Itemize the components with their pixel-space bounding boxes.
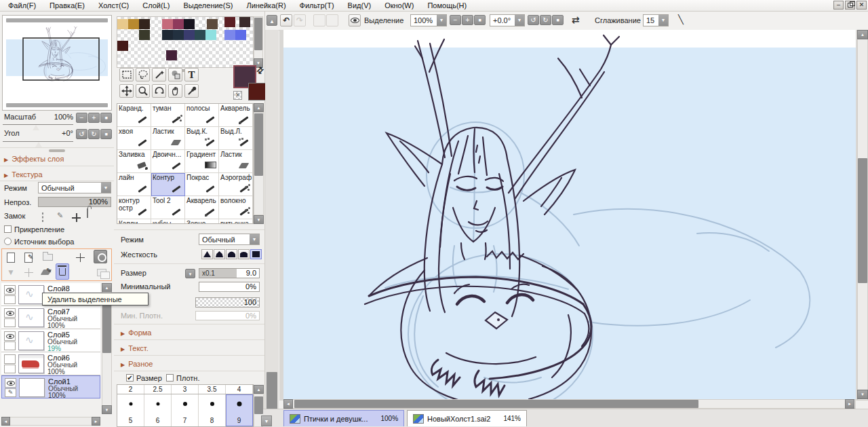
layer-opacity-slider[interactable]: 100%: [38, 197, 111, 207]
brush-cell[interactable]: Акварель: [219, 104, 253, 127]
zoom-dropdown[interactable]: 100% ▾: [410, 14, 447, 26]
color-swatch[interactable]: [184, 30, 195, 40]
brush-cell[interactable]: кубсы: [151, 219, 185, 224]
brush-cell[interactable]: полосы: [185, 104, 219, 127]
smoothing-dropdown[interactable]: 15 ▾: [643, 14, 669, 26]
density-display-checkbox[interactable]: [166, 374, 174, 382]
hardness-option-4[interactable]: [238, 249, 250, 259]
palette-scroll-thumb[interactable]: [254, 18, 262, 50]
document-canvas[interactable]: [283, 30, 856, 399]
color-swatch[interactable]: [173, 19, 184, 29]
lock-all-icon[interactable]: [87, 209, 88, 217]
zoom-tool[interactable]: [136, 84, 150, 98]
zoom-reset-button[interactable]: ■: [474, 15, 486, 25]
flip-icon[interactable]: ⇄: [572, 14, 580, 26]
disabled-button[interactable]: [313, 14, 326, 26]
brush-cell[interactable]: Капли: [117, 219, 151, 224]
brush-cell[interactable]: контур остр: [117, 196, 151, 219]
color-swatch[interactable]: [239, 17, 250, 27]
color-swatch[interactable]: [235, 30, 246, 40]
canvas-vscroll-thumb[interactable]: [858, 158, 867, 283]
section-shape[interactable]: ▶Форма: [121, 329, 151, 337]
secondary-color-swatch[interactable]: [248, 83, 266, 100]
section-layer-effects[interactable]: ▶Эффекты слоя: [4, 155, 64, 163]
color-swatch[interactable]: [195, 30, 205, 40]
hardness-option-2[interactable]: [214, 249, 225, 259]
menu-item[interactable]: Слой(L): [141, 1, 171, 10]
scroll-up-icon[interactable]: ▲: [102, 283, 112, 292]
scroll-left-icon[interactable]: ◄: [1, 417, 10, 426]
color-swatch[interactable]: [166, 50, 177, 60]
scroll-up-icon[interactable]: ▲: [254, 385, 264, 394]
brush-cell[interactable]: Выд.Л.: [219, 127, 253, 150]
section-texture[interactable]: ▶Текстура: [4, 170, 43, 179]
brush-grid-scroll-thumb[interactable]: [254, 113, 263, 176]
brush-cell[interactable]: Градиент: [185, 150, 219, 173]
merge-down-button[interactable]: ▼: [4, 265, 18, 279]
nav-rotate-ccw-button[interactable]: ↺: [76, 129, 87, 139]
color-swatch[interactable]: [207, 19, 218, 29]
new-layer-button[interactable]: [4, 250, 18, 264]
brush-cell[interactable]: лайн: [117, 173, 151, 196]
zoom-out-button[interactable]: −: [450, 15, 461, 25]
brush-cell[interactable]: Аэрограф: [219, 173, 253, 196]
color-swatch[interactable]: [117, 41, 128, 51]
layer-list-hscrollbar[interactable]: [1, 417, 100, 426]
brush-size-cell[interactable]: 3.5: [199, 385, 226, 394]
size-grid-scroll-thumb[interactable]: [254, 396, 263, 414]
angle-dropdown[interactable]: +0.0° ▾: [490, 14, 525, 26]
color-swatch[interactable]: [139, 30, 150, 40]
brush-cell[interactable]: Двоичн...: [151, 150, 185, 173]
brush-cell[interactable]: Выд.К.: [185, 127, 219, 150]
transform-button[interactable]: [73, 250, 87, 264]
rotate-reset-button[interactable]: ■: [552, 15, 564, 25]
section-brush-texture[interactable]: ▶Текст.: [121, 344, 149, 352]
size-unit-dropdown[interactable]: ▾: [185, 269, 195, 278]
menu-item[interactable]: Вид(V): [347, 1, 373, 10]
navigator-preview[interactable]: [6, 24, 108, 100]
brush-cell[interactable]: Заливка: [117, 150, 151, 173]
nav-zoom-out-button[interactable]: −: [76, 113, 87, 123]
layer-mask-button[interactable]: [94, 250, 107, 263]
text-tool[interactable]: T: [184, 68, 199, 81]
brush-cell[interactable]: туман: [151, 104, 185, 127]
menu-item[interactable]: Выделение(S): [182, 1, 234, 10]
nav-rotate-cw-button[interactable]: ↻: [88, 129, 100, 139]
close-button[interactable]: ✕: [856, 1, 867, 10]
nav-zoom-reset-button[interactable]: ■: [100, 113, 112, 123]
color-swatch[interactable]: [184, 19, 195, 29]
nav-rotate-reset-button[interactable]: ■: [100, 129, 112, 139]
panel-resize-grip[interactable]: [49, 149, 65, 152]
brush-cell[interactable]: волокно: [219, 196, 253, 219]
color-swatch[interactable]: [117, 19, 128, 29]
scroll-down-icon[interactable]: ▼: [254, 215, 264, 224]
layer-visibility-toggle[interactable]: [4, 331, 16, 341]
combine-layer-button[interactable]: [22, 265, 35, 279]
panel-collapse-button[interactable]: ▴: [267, 15, 277, 26]
menu-item[interactable]: Правка(E): [48, 1, 86, 10]
lock-pixels-icon[interactable]: ✎: [57, 211, 63, 220]
layer-row[interactable]: ✎ Слой1 Обычный 100%: [1, 375, 100, 398]
rotate-canvas-tool[interactable]: [152, 84, 166, 98]
layer-visibility-toggle[interactable]: [4, 354, 16, 364]
brush-cell[interactable]: Tool 2: [151, 196, 185, 219]
hardness-option-5[interactable]: [250, 249, 262, 259]
min-size-slider[interactable]: 0%: [199, 282, 260, 292]
brush-size-cell[interactable]: 7: [172, 394, 199, 426]
tab-list-button[interactable]: ▼: [261, 415, 272, 426]
brush-cell[interactable]: хвоя: [117, 127, 151, 150]
rect-select-tool[interactable]: [119, 68, 134, 81]
brush-cell[interactable]: Акварель: [185, 196, 219, 219]
layer-row[interactable]: ✎ Слой6 Обычный 100%: [1, 352, 100, 375]
document-tab[interactable]: Птички и девушк... 100%: [283, 410, 404, 426]
panel-column-scrollbar[interactable]: [265, 30, 279, 427]
color-swatch-palette[interactable]: [117, 16, 254, 68]
lock-selection-icon[interactable]: [42, 213, 43, 221]
panel-column-scroll-thumb[interactable]: [267, 372, 277, 414]
magic-wand-tool[interactable]: [152, 68, 166, 81]
brush-cell[interactable]: Ластик: [151, 127, 185, 150]
min-density-slider[interactable]: 0%: [195, 311, 260, 320]
color-swatch[interactable]: [173, 30, 184, 40]
chevron-down-icon[interactable]: ▾: [250, 234, 259, 244]
size-display-checkbox[interactable]: ✔: [126, 374, 134, 382]
